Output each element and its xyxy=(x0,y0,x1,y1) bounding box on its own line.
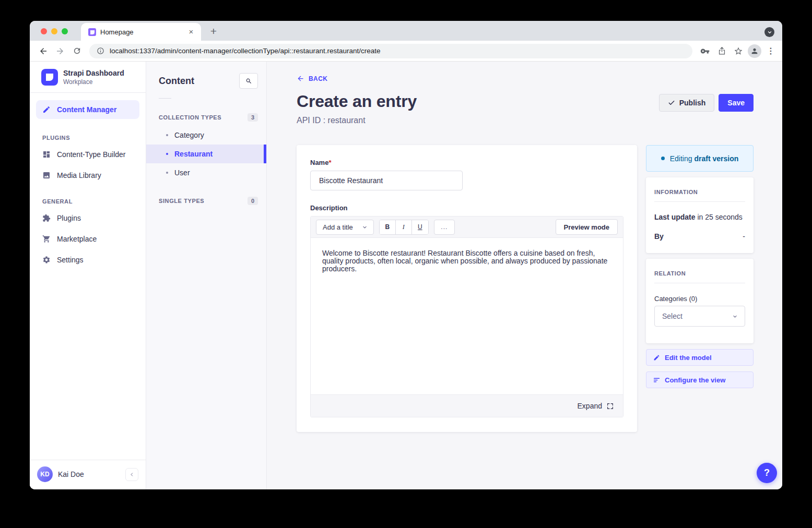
entry-form-card: Name* Description Add a title xyxy=(297,145,637,432)
new-tab-button[interactable]: + xyxy=(206,25,221,39)
browser-profile-avatar[interactable] xyxy=(748,44,761,58)
back-link[interactable]: BACK xyxy=(297,75,327,82)
minimize-window-button[interactable] xyxy=(51,28,57,34)
edit-model-button[interactable]: Edit the model xyxy=(646,349,754,366)
relation-label: RELATION xyxy=(654,270,745,277)
api-id-subtitle: API ID : restaurant xyxy=(297,116,754,125)
entry-side-panel: Editing draft version INFORMATION Last u… xyxy=(646,145,754,388)
sidebar-item-label: Plugins xyxy=(57,214,81,222)
workspace-brand[interactable]: Strapi Dashboard Workplace xyxy=(30,62,146,92)
strapi-logo-icon xyxy=(41,69,58,86)
sidebar-item-marketplace[interactable]: Marketplace xyxy=(30,229,146,249)
description-field-label: Description xyxy=(310,204,623,212)
underline-button[interactable]: U xyxy=(412,220,428,234)
back-nav-icon[interactable] xyxy=(36,44,51,58)
last-update-row: Last update in 25 seconds xyxy=(654,213,745,221)
subnav-item-category[interactable]: Category xyxy=(146,126,266,145)
description-textarea[interactable]: Welcome to Biscotte restaurant! Restaura… xyxy=(311,238,623,394)
brand-subtitle: Workplace xyxy=(63,78,124,86)
bullet-icon xyxy=(166,153,168,155)
collapse-sidebar-button[interactable] xyxy=(125,468,138,481)
subnav-item-user[interactable]: User xyxy=(146,163,266,182)
browser-window: Homepage × + localhost:1337/admin/conten… xyxy=(30,21,782,489)
brand-title: Strapi Dashboard xyxy=(63,69,124,78)
name-field-label: Name* xyxy=(310,159,623,166)
collection-types-count-badge: 3 xyxy=(248,113,258,122)
chevron-down-icon xyxy=(733,314,737,319)
sidebar-item-settings[interactable]: Settings xyxy=(30,249,146,270)
bullet-icon xyxy=(166,172,168,174)
check-icon xyxy=(668,99,675,106)
configure-view-button[interactable]: Configure the view xyxy=(646,371,754,388)
user-name: Kai Doe xyxy=(58,470,120,478)
general-section-label: GENERAL xyxy=(30,186,146,208)
name-input[interactable] xyxy=(310,171,463,190)
bold-button[interactable]: B xyxy=(380,220,396,234)
search-button[interactable] xyxy=(239,73,258,89)
sidebar-item-media-library[interactable]: Media Library xyxy=(30,165,146,186)
sidebar-item-label: Media Library xyxy=(57,171,101,179)
publish-button[interactable]: Publish xyxy=(659,94,715,112)
more-formats-button[interactable]: ... xyxy=(434,220,455,235)
required-asterisk: * xyxy=(328,159,331,166)
strapi-app: Strapi Dashboard Workplace Content Manag… xyxy=(30,62,782,489)
plugins-section-label: PLUGINS xyxy=(30,122,146,144)
layout-icon xyxy=(42,150,51,159)
information-label: INFORMATION xyxy=(654,189,745,195)
window-controls xyxy=(41,28,68,34)
tab-search-chevron-icon[interactable] xyxy=(764,27,774,37)
save-button[interactable]: Save xyxy=(719,94,754,112)
close-tab-icon[interactable]: × xyxy=(186,27,196,37)
image-icon xyxy=(42,171,51,179)
user-profile[interactable]: KD Kai Doe xyxy=(30,460,146,489)
expand-button[interactable]: Expand xyxy=(578,402,614,410)
page-title: Create an entry xyxy=(297,92,417,111)
share-icon[interactable] xyxy=(714,44,729,58)
title-style-dropdown[interactable]: Add a title xyxy=(316,220,374,235)
editor-footer: Expand xyxy=(311,394,623,417)
help-button[interactable]: ? xyxy=(757,463,777,483)
url-text: localhost:1337/admin/content-manager/col… xyxy=(110,47,381,55)
status-dot-icon xyxy=(661,157,665,160)
bookmark-star-icon[interactable] xyxy=(731,44,746,58)
forward-nav-icon[interactable] xyxy=(53,44,67,58)
arrow-left-icon xyxy=(297,75,304,82)
pen-icon xyxy=(42,105,51,114)
sidebar-item-content-type-builder[interactable]: Content-Type Builder xyxy=(30,144,146,165)
text-format-group: B I U xyxy=(379,220,429,235)
password-key-icon[interactable] xyxy=(698,44,712,58)
maximize-window-button[interactable] xyxy=(62,28,68,34)
divider xyxy=(654,283,745,283)
rich-text-editor: Add a title B I U ... Preview mode xyxy=(310,216,623,417)
sidebar-item-plugins[interactable]: Plugins xyxy=(30,208,146,229)
chevron-down-icon xyxy=(362,225,367,230)
browser-toolbar: localhost:1337/admin/content-manager/col… xyxy=(30,41,782,62)
main-content: BACK Create an entry Publish Save API ID… xyxy=(267,62,782,489)
page-info-icon[interactable] xyxy=(97,47,104,55)
italic-button[interactable]: I xyxy=(396,220,412,234)
url-bar[interactable]: localhost:1337/admin/content-manager/col… xyxy=(89,44,692,58)
divider xyxy=(159,98,171,99)
subnav-item-label: User xyxy=(174,169,190,177)
content-sub-navigation: Content COLLECTION TYPES 3 Category Rest… xyxy=(146,62,267,489)
tab-title: Homepage xyxy=(100,28,182,36)
information-card: INFORMATION Last update in 25 seconds By… xyxy=(646,177,754,253)
browser-menu-icon[interactable]: ⋮ xyxy=(763,44,778,58)
strapi-favicon-icon xyxy=(88,28,96,36)
subnav-item-restaurant[interactable]: Restaurant xyxy=(146,145,266,163)
draft-status-banner: Editing draft version xyxy=(646,145,754,172)
browser-tab[interactable]: Homepage × xyxy=(81,23,201,41)
sidebar-item-label: Content-Type Builder xyxy=(57,150,126,159)
cart-icon xyxy=(42,235,51,243)
bullet-icon xyxy=(166,134,168,136)
close-window-button[interactable] xyxy=(41,28,47,34)
sidebar-item-content-manager[interactable]: Content Manager xyxy=(36,100,139,119)
subnav-item-label: Restaurant xyxy=(174,150,213,158)
refresh-icon[interactable] xyxy=(69,44,84,58)
relation-card: RELATION Categories (0) Select xyxy=(646,259,754,343)
editor-toolbar: Add a title B I U ... Preview mode xyxy=(311,217,623,238)
categories-select[interactable]: Select xyxy=(654,306,745,327)
sidebar-item-label: Content Manager xyxy=(57,105,116,114)
subnav-title: Content xyxy=(159,76,194,87)
preview-mode-button[interactable]: Preview mode xyxy=(556,219,618,235)
